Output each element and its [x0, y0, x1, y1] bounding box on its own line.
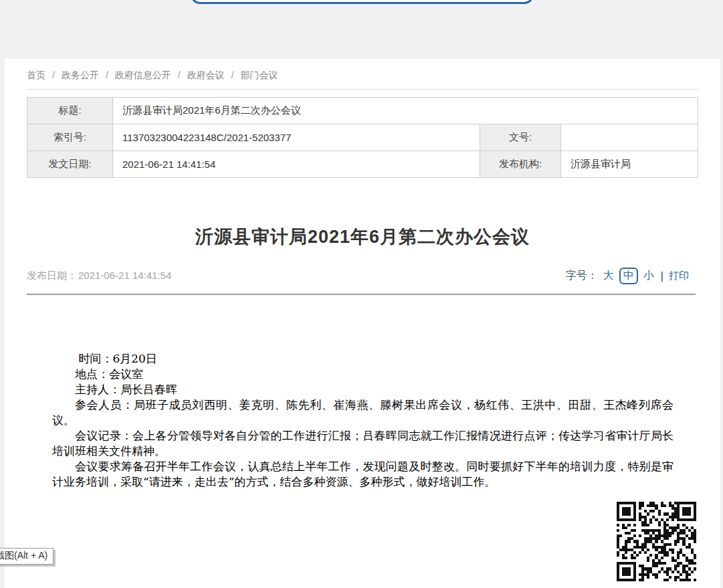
- article-paragraph: 地点：会议室: [52, 367, 674, 382]
- publish-date: 发布日期：2021-06-21 14:41:54: [27, 270, 173, 282]
- meta-label-date: 发文日期:: [27, 151, 113, 178]
- screenshot-tooltip: 截图(Alt + A): [0, 548, 54, 565]
- article-paragraph: 时间：6月20日: [52, 351, 674, 367]
- content-card: 首页/政务公开/政府信息公开/政府会议/部门会议 标题: 沂源县审计局2021年…: [5, 59, 720, 588]
- article-title: 沂源县审计局2021年6月第二次办公会议: [5, 225, 720, 249]
- article-paragraph: 参会人员：局班子成员刘西明、姜克明、陈先利、崔海燕、滕树果出席会议，杨红伟、王洪…: [52, 397, 674, 428]
- breadcrumb-separator: /: [178, 70, 181, 80]
- breadcrumb-separator: /: [231, 70, 234, 80]
- qr-code-image: [617, 502, 696, 581]
- article-paragraph: 主持人：局长吕春晖: [52, 382, 674, 397]
- breadcrumb-item[interactable]: 政府会议: [187, 70, 225, 80]
- publish-date-value: 2021-06-21 14:41:54: [78, 270, 171, 281]
- meta-row-date: 发文日期: 2021-06-21 14:41:54 发布机构: 沂源县审计局: [27, 151, 698, 178]
- meta-row-index: 索引号: 11370323004223148C/2021-5203377 文号:: [27, 124, 698, 151]
- breadcrumb-item[interactable]: 政府信息公开: [115, 70, 171, 80]
- breadcrumb-item[interactable]: 首页: [27, 70, 45, 80]
- meta-value-date: 2021-06-21 14:41:54: [113, 151, 480, 178]
- breadcrumb-separator: /: [52, 70, 55, 80]
- publish-date-label: 发布日期：: [27, 270, 77, 281]
- article-header-row: 发布日期：2021-06-21 14:41:54 字号： 大 中 小 | 打印: [27, 268, 689, 285]
- meta-label-index: 索引号:: [27, 124, 113, 151]
- breadcrumb: 首页/政务公开/政府信息公开/政府会议/部门会议: [27, 70, 278, 82]
- breadcrumb-item[interactable]: 政务公开: [62, 70, 99, 80]
- controls-separator: |: [661, 270, 663, 282]
- article-paragraph: 会议记录：会上各分管领导对各自分管的工作进行汇报；吕春晖同志就工作汇报情况进行点…: [52, 428, 674, 459]
- article-paragraph: 会议要求筹备召开半年工作会议，认真总结上半年工作，发现问题及时整改。同时要抓好下…: [52, 459, 674, 490]
- meta-table: 标题: 沂源县审计局2021年6月第二次办公会议 索引号: 1137032300…: [27, 97, 698, 178]
- meta-value-org: 沂源县审计局: [561, 151, 698, 178]
- font-size-large-button[interactable]: 大: [603, 269, 614, 283]
- meta-row-title: 标题: 沂源县审计局2021年6月第二次办公会议: [27, 98, 698, 124]
- screenshot-tooltip-text: 截图(Alt + A): [0, 550, 47, 561]
- font-size-small-button[interactable]: 小: [643, 269, 654, 283]
- font-size-label: 字号：: [566, 269, 598, 283]
- search-input-fragment[interactable]: [191, 0, 534, 4]
- breadcrumb-divider: [27, 89, 698, 90]
- print-button[interactable]: 打印: [669, 270, 689, 282]
- meta-label-title: 标题:: [27, 98, 113, 124]
- meta-value-docnum: [561, 124, 698, 151]
- breadcrumb-separator: /: [106, 70, 108, 80]
- header-divider: [27, 294, 696, 295]
- breadcrumb-item[interactable]: 部门会议: [241, 70, 278, 80]
- meta-label-org: 发布机构:: [480, 151, 561, 178]
- font-size-medium-button[interactable]: 中: [619, 268, 638, 284]
- meta-value-index: 11370323004223148C/2021-5203377: [113, 124, 480, 151]
- article-body: 时间：6月20日地点：会议室主持人：局长吕春晖参会人员：局班子成员刘西明、姜克明…: [52, 351, 674, 490]
- qr-code: [617, 502, 696, 581]
- meta-label-docnum: 文号:: [480, 124, 561, 151]
- font-size-controls: 字号： 大 中 小 | 打印: [566, 268, 689, 284]
- meta-value-title: 沂源县审计局2021年6月第二次办公会议: [113, 98, 698, 124]
